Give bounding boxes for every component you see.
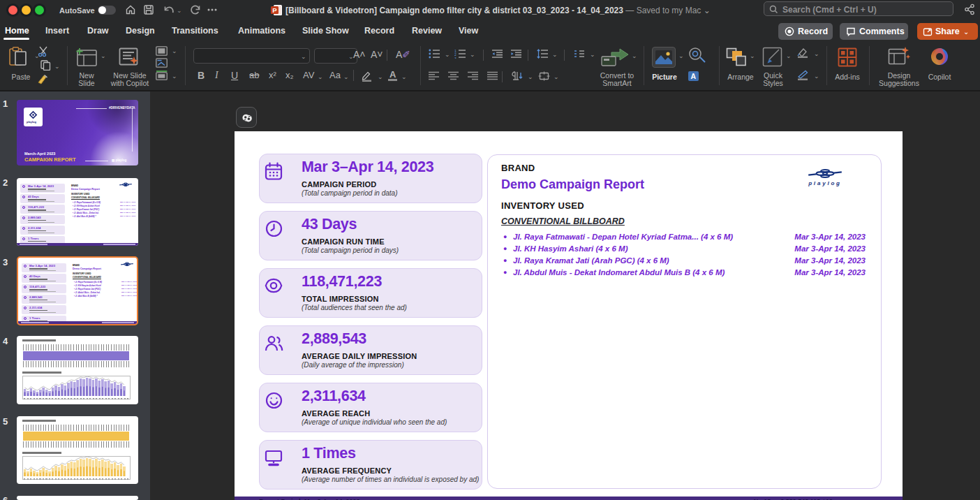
svg-text:3: 3 (454, 57, 456, 59)
svg-text:P: P (272, 6, 277, 14)
